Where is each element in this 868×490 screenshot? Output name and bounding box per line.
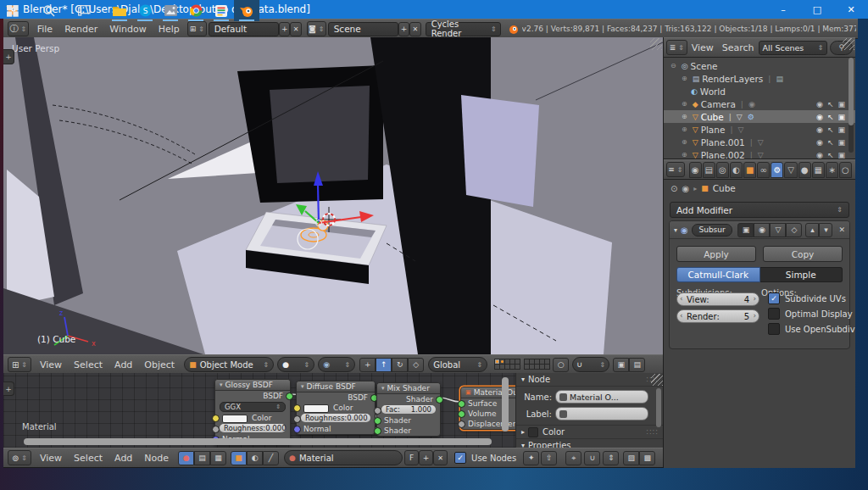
node-label-field[interactable]: [555, 407, 648, 420]
lock-to-scene-icon[interactable]: ○: [553, 358, 569, 372]
subdivision-type-catmull-clark[interactable]: Catmull-Clark: [676, 267, 760, 282]
viewport-scene[interactable]: x z: [3, 37, 663, 354]
skype-button[interactable]: S: [132, 0, 158, 21]
distribution-select[interactable]: GGX⇕: [220, 402, 286, 412]
use-opensubdiv-toggle[interactable]: Use OpenSubdiv: [768, 323, 855, 335]
translate-manipulator-icon[interactable]: ↑: [376, 358, 392, 372]
slot-lineart-icon[interactable]: ╱: [263, 451, 279, 465]
taskbar-search-button[interactable]: [36, 0, 61, 21]
mode-select[interactable]: ■ Object Mode⇕: [184, 357, 274, 372]
modifier-view-toggle-icon[interactable]: ◉: [754, 223, 770, 237]
render-opengl-icon[interactable]: ▣: [613, 358, 629, 372]
expand-icon[interactable]: ⊕: [682, 138, 687, 146]
visibility-eye-icon[interactable]: ◉: [816, 138, 823, 147]
expand-icon[interactable]: ⊕: [682, 100, 687, 108]
expand-icon[interactable]: ⊕: [682, 151, 687, 159]
display-mode-select[interactable]: All Scenes⇕: [759, 41, 828, 55]
npanel-scrollbar[interactable]: [656, 388, 661, 427]
blender-taskbar-button[interactable]: [234, 0, 259, 21]
expand-icon[interactable]: ⊕: [682, 75, 687, 82]
menu-window[interactable]: Window: [103, 24, 152, 35]
outliner-item-plane[interactable]: ⊕ ▽ Plane | ▽ ◉↖▣: [664, 123, 855, 136]
node-diffuse-bsdf[interactable]: ▾Diffuse BSDF BSDF Color Roughness:0.000…: [296, 381, 376, 435]
expand-icon[interactable]: ⊕: [682, 125, 687, 133]
copy-node-group-icon[interactable]: ▨: [623, 451, 639, 465]
node-collapse-icon[interactable]: ▾: [301, 381, 304, 392]
toolshelf-expand-tab[interactable]: +: [3, 49, 14, 64]
slot-object-icon[interactable]: ■: [231, 451, 247, 465]
visibility-eye-icon[interactable]: ◉: [816, 125, 823, 134]
renderable-icon[interactable]: ▣: [837, 125, 845, 134]
delete-scene-button[interactable]: ✕: [409, 22, 420, 36]
ne-menu-select[interactable]: Select: [68, 453, 108, 464]
file-explorer-button[interactable]: [107, 0, 132, 21]
modifier-name-field[interactable]: Subsur: [692, 224, 733, 237]
shader-type-texture-icon[interactable]: ▦: [210, 451, 226, 465]
tab-render-layers[interactable]: ▤: [703, 162, 715, 178]
material-name-field[interactable]: ● Material: [284, 450, 403, 465]
menu-render[interactable]: Render: [58, 24, 103, 35]
shader-type-material-icon[interactable]: ●: [178, 451, 194, 465]
pivot-select[interactable]: ◉⇕: [318, 357, 355, 372]
use-nodes-toggle[interactable]: ✓ Use Nodes: [454, 452, 516, 464]
start-button[interactable]: [0, 0, 25, 21]
normal-input-socket[interactable]: [293, 426, 301, 433]
media-app-button[interactable]: [209, 0, 234, 21]
ne-menu-add[interactable]: Add: [108, 453, 138, 464]
node-collapse-icon[interactable]: ▾: [220, 380, 223, 390]
modifier-expand-icon[interactable]: ▾: [674, 226, 677, 234]
selectable-cursor-icon[interactable]: ↖: [827, 151, 834, 159]
node-vertical-scrollbar[interactable]: [502, 377, 509, 432]
node-name-field[interactable]: Material O...: [555, 390, 648, 404]
transform-orientation-select[interactable]: Global⇕: [428, 357, 487, 372]
color-checkbox[interactable]: [528, 427, 538, 437]
scene-icon-button[interactable]: ◙⇕: [307, 21, 326, 36]
editor-type-button-3dview[interactable]: ⊞⇕: [8, 357, 31, 372]
outliner-item-world[interactable]: ◐ World: [664, 85, 855, 97]
add-layout-button[interactable]: +: [279, 22, 290, 36]
collapse-icon[interactable]: ⊖: [670, 62, 676, 70]
screen-layout-field[interactable]: Default: [209, 22, 279, 36]
roughness-input-socket[interactable]: [293, 415, 301, 423]
ne-menu-view[interactable]: View: [34, 453, 68, 464]
unlink-material-button[interactable]: ✕: [433, 450, 448, 465]
add-scene-button[interactable]: +: [398, 22, 409, 36]
shader2-input-socket[interactable]: [374, 427, 381, 435]
outliner-menu-view[interactable]: View: [687, 42, 718, 53]
tab-physics[interactable]: ○: [839, 162, 852, 178]
node-collapse-icon[interactable]: ▾: [381, 383, 385, 393]
subdivide-uvs-toggle[interactable]: ✓ Subdivide UVs: [768, 292, 855, 304]
vp-menu-select[interactable]: Select: [68, 359, 108, 370]
editor-type-button-outliner[interactable]: ≣⇕: [666, 40, 687, 55]
new-material-button[interactable]: +: [419, 450, 433, 465]
tab-material[interactable]: ●: [798, 162, 811, 178]
shader1-input-socket[interactable]: [374, 417, 381, 425]
render-engine-select[interactable]: Cycles Render⇕: [426, 22, 501, 36]
vp-menu-add[interactable]: Add: [108, 359, 138, 370]
selectable-cursor-icon[interactable]: ↖: [827, 138, 834, 147]
roughness-slider[interactable]: Roughness:0.000: [301, 414, 370, 422]
pin-icon[interactable]: ✦: [523, 451, 539, 465]
visibility-eye-icon[interactable]: ◉: [816, 100, 823, 109]
menu-help[interactable]: Help: [153, 24, 186, 35]
color-panel-header[interactable]: ▸ Color ::::: [516, 425, 663, 438]
copy-button[interactable]: Copy: [763, 246, 843, 262]
editor-type-button-properties[interactable]: ≡⇕: [666, 162, 685, 177]
outliner-item-plane-001[interactable]: ⊕ ▽ Plane.001 | ▽ ◉↖▣: [664, 136, 855, 148]
fake-user-button[interactable]: F: [404, 450, 419, 465]
color-input-socket[interactable]: [293, 404, 301, 412]
modifier-move-down-icon[interactable]: ▾: [819, 223, 832, 237]
tab-scene[interactable]: ◎: [716, 162, 729, 178]
tab-render[interactable]: ◉: [689, 162, 702, 178]
outliner-item-scene[interactable]: ⊖ ◎ Scene: [664, 59, 855, 72]
node-panel-header[interactable]: ▾ Node ::::: [516, 373, 663, 387]
slot-world-icon[interactable]: ◐: [247, 451, 263, 465]
task-view-button[interactable]: [71, 0, 97, 21]
editor-type-button-info[interactable]: ⓘ⇕: [8, 21, 29, 36]
viewport-3d[interactable]: x z User Persp (1) Cube +: [3, 37, 663, 354]
renderable-icon[interactable]: ▣: [837, 151, 845, 159]
modifier-cage-toggle-icon[interactable]: ◇: [786, 223, 802, 237]
rotate-manipulator-icon[interactable]: ↻: [392, 358, 408, 372]
volume-input-socket[interactable]: [458, 410, 465, 418]
screen-layout-icon-button[interactable]: ⊞⇕: [187, 21, 207, 36]
